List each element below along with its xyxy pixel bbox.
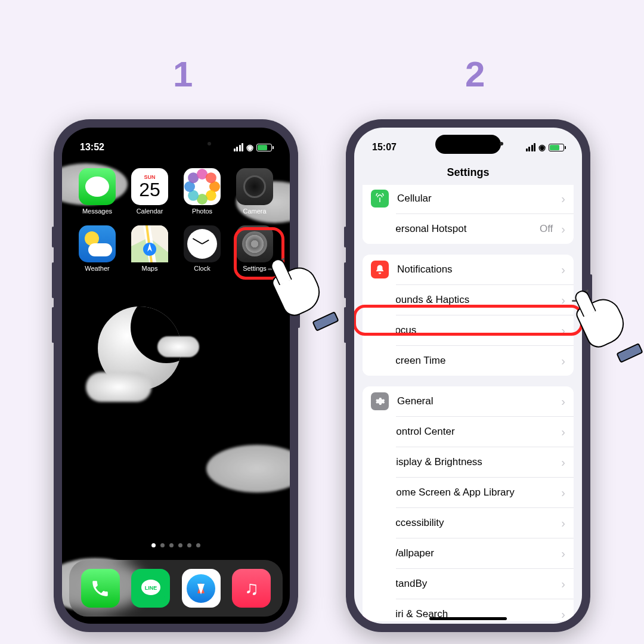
app-weather[interactable]: Weather — [73, 225, 122, 272]
row-label: Personal Hotspot — [389, 223, 531, 235]
wifi-icon: ◉ — [246, 143, 253, 152]
svg-rect-12 — [367, 494, 370, 497]
row-label: Wallpaper — [389, 547, 553, 559]
home-screen: 13:52 ◉ Messages SUN 25 — [62, 128, 290, 624]
chevron-right-icon: › — [561, 456, 565, 469]
settings-title: Settings — [354, 157, 582, 185]
phone-frame-home: 13:52 ◉ Messages SUN 25 — [54, 119, 298, 632]
step-number-2: 2 — [465, 54, 485, 95]
maps-icon — [131, 225, 168, 262]
row-label: StandBy — [389, 578, 553, 590]
hourglass-icon — [363, 352, 380, 370]
accessibility-icon — [363, 514, 380, 532]
weather-icon — [79, 225, 116, 262]
standby-icon — [363, 575, 380, 593]
svg-point-18 — [367, 552, 370, 555]
app-messages[interactable]: Messages — [73, 168, 122, 215]
chevron-right-icon: › — [561, 354, 565, 368]
wifi-icon: ◉ — [538, 143, 546, 152]
camera-icon — [236, 168, 273, 205]
step-number-1: 1 — [173, 54, 193, 95]
svg-point-7 — [369, 429, 370, 431]
app-clock[interactable]: Clock — [178, 225, 227, 272]
svg-rect-20 — [367, 581, 376, 587]
messages-icon — [79, 168, 116, 205]
row-label: Display & Brightness — [389, 456, 553, 468]
chevron-right-icon: › — [561, 263, 565, 277]
flower-icon — [363, 544, 380, 562]
app-label: Photos — [192, 208, 212, 215]
battery-icon — [549, 144, 564, 151]
switches-icon — [363, 423, 380, 441]
page-indicator[interactable] — [151, 543, 200, 547]
row-label: Notifications — [397, 264, 553, 275]
svg-point-15 — [370, 549, 373, 552]
status-time: 15:07 — [372, 142, 397, 153]
app-maps[interactable]: Maps — [125, 225, 174, 272]
settings-row-accessibility[interactable]: Accessibility › — [396, 507, 574, 538]
row-label: General — [397, 395, 553, 407]
wallpaper-moon — [98, 306, 181, 390]
link-icon — [363, 220, 380, 238]
dynamic-island — [435, 135, 501, 154]
row-value: Off — [540, 223, 553, 235]
svg-rect-11 — [373, 488, 376, 491]
settings-row-controlcenter[interactable]: Control Center › — [396, 416, 574, 447]
chevron-right-icon: › — [561, 222, 565, 236]
dynamic-island — [143, 135, 209, 154]
app-camera[interactable]: Camera — [230, 168, 279, 215]
svg-point-16 — [373, 552, 376, 555]
settings-list[interactable]: Cellular › Personal Hotspot Off › — [354, 185, 582, 621]
highlight-settings-app — [234, 227, 284, 280]
dock-line[interactable]: LINE — [131, 569, 170, 608]
dock-safari[interactable] — [182, 569, 221, 608]
chevron-right-icon: › — [561, 425, 565, 439]
status-time: 13:52 — [80, 142, 104, 153]
chevron-right-icon: › — [561, 608, 565, 621]
siri-icon — [363, 605, 380, 621]
signal-icon — [234, 143, 244, 151]
settings-row-general[interactable]: General › — [363, 386, 574, 416]
row-label: Sounds & Haptics — [389, 294, 553, 306]
svg-point-19 — [371, 553, 373, 555]
settings-row-standby[interactable]: StandBy › — [396, 568, 574, 599]
battery-icon — [256, 144, 272, 151]
phone-frame-settings: 15:07 ◉ Settings Cellular › — [346, 119, 590, 632]
chevron-right-icon: › — [561, 395, 565, 408]
row-label: Cellular — [397, 193, 553, 205]
settings-row-display[interactable]: AA Display & Brightness › — [396, 447, 574, 477]
dock: LINE ♫ — [69, 560, 283, 617]
svg-rect-5 — [379, 198, 380, 203]
svg-rect-6 — [367, 429, 376, 431]
app-photos[interactable]: Photos — [178, 168, 227, 215]
settings-row-hotspot[interactable]: Personal Hotspot Off › — [396, 213, 574, 244]
home-indicator[interactable] — [429, 617, 507, 620]
svg-point-17 — [370, 555, 373, 558]
dock-phone[interactable] — [81, 569, 120, 608]
settings-row-cellular[interactable]: Cellular › — [363, 185, 574, 213]
clock-icon — [184, 225, 221, 262]
calendar-icon: SUN 25 — [131, 168, 168, 205]
chevron-right-icon: › — [561, 486, 565, 500]
settings-screen: 15:07 ◉ Settings Cellular › — [354, 128, 582, 624]
settings-row-screentime[interactable]: Screen Time › — [396, 345, 574, 376]
signal-icon — [526, 143, 536, 151]
gear-icon — [371, 392, 389, 410]
svg-text:LINE: LINE — [144, 585, 157, 591]
chevron-right-icon: › — [561, 577, 565, 591]
app-label: Calendar — [137, 208, 163, 215]
svg-point-9 — [373, 433, 374, 434]
settings-row-notifications[interactable]: Notifications › — [363, 255, 574, 284]
svg-point-21 — [370, 583, 373, 586]
settings-row-homescreen[interactable]: Home Screen & App Library › — [396, 477, 574, 507]
app-label: Clock — [194, 265, 210, 272]
photos-icon — [184, 168, 221, 205]
app-calendar[interactable]: SUN 25 Calendar — [125, 168, 174, 215]
chevron-right-icon: › — [561, 192, 565, 206]
row-label: Accessibility — [389, 517, 553, 529]
dock-music[interactable]: ♫ — [232, 569, 271, 608]
settings-row-wallpaper[interactable]: Wallpaper › — [396, 538, 574, 568]
text-size-icon: AA — [363, 453, 380, 471]
antenna-icon — [371, 190, 389, 208]
svg-point-14 — [371, 519, 373, 521]
